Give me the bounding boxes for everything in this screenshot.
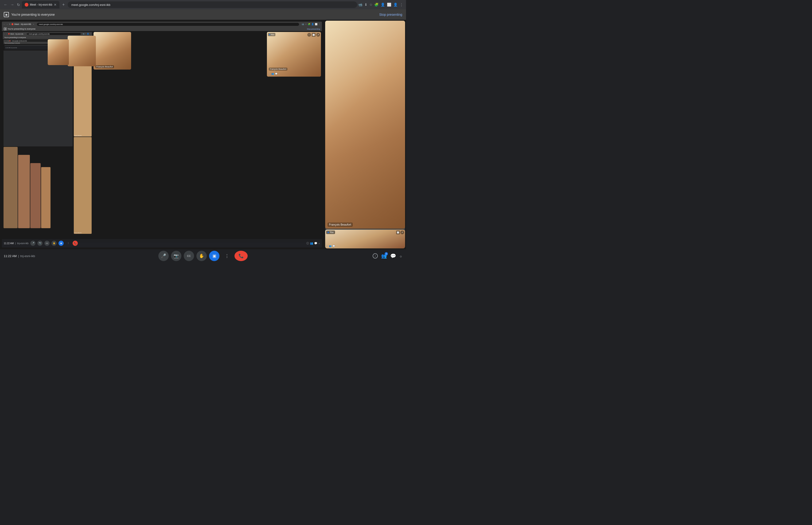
people-badge: 3 xyxy=(385,252,388,255)
more-options-button[interactable]: ⋮ xyxy=(222,251,232,261)
you-text: You xyxy=(330,231,334,234)
main-bottom-toolbar: 11:22 AM | tnj-esni-ikb 🎤 📷 CC ✋ ▣ ⋮ 📞 i… xyxy=(0,249,406,262)
inner-more-btn[interactable]: ⋮ xyxy=(65,241,71,246)
participant-video-1 xyxy=(93,32,131,70)
camera-button[interactable]: 📷 xyxy=(171,251,181,261)
francois-video-large xyxy=(325,21,405,229)
nested-profile[interactable]: 👤 xyxy=(311,23,314,25)
tile-people[interactable]: 👥 xyxy=(271,73,274,75)
tile-chat[interactable]: 💬 xyxy=(275,73,277,75)
new-tab-button[interactable]: + xyxy=(60,1,67,8)
people-icon-small[interactable]: 👥 xyxy=(329,245,332,247)
you-video-tile: You ⬜ ↗ 👥 💬 ⬦ xyxy=(325,229,405,249)
inner-present-btn[interactable]: ▣ xyxy=(59,241,64,246)
inner-chat-btn[interactable]: 💬 xyxy=(314,242,318,245)
you-screen-btn[interactable]: ⬜ xyxy=(396,230,400,234)
profile-icon-2[interactable]: 👤 xyxy=(393,3,398,7)
info-icon-small[interactable] xyxy=(326,245,328,247)
screen-btn[interactable]: ⬜ xyxy=(312,33,316,37)
end-call-button[interactable]: 📞 xyxy=(234,251,248,261)
francois-name-large: François Beaufort xyxy=(327,223,353,227)
reload-button[interactable]: ↻ xyxy=(16,2,21,8)
inner-cam-btn[interactable]: 📷 xyxy=(37,241,43,246)
video-controls-overlay: ⋯ ⬜ ↗ xyxy=(307,33,320,37)
extensions-icon[interactable]: 🧩 xyxy=(374,3,379,7)
activities-button[interactable]: ⬦ xyxy=(399,253,402,259)
you-tile-controls: 👥 💬 ⬦ xyxy=(325,244,405,249)
nested-new-tab[interactable]: + xyxy=(33,23,34,25)
stop-presenting-button[interactable]: Stop presenting xyxy=(379,13,402,16)
video-tile-francois-medium: ⋯ ⬜ ↗ ⓘ 👥 💬 ⬦ You xyxy=(267,32,321,77)
people-button[interactable]: 👥 3 xyxy=(381,253,387,259)
more-options-btn[interactable]: ⋯ xyxy=(307,33,311,37)
l2-content: ← → ↻ meet.google.com/tnj-esni-ikb 📹 ☆ 👤… xyxy=(3,39,92,234)
act-icon-small[interactable]: ⬦ xyxy=(336,245,337,247)
you-expand-btn[interactable]: ↗ xyxy=(400,230,404,234)
meeting-id-label: tnj-esni-ikb xyxy=(20,254,35,258)
participant-name-1: François Beaufort xyxy=(95,65,114,68)
mini-vid-3 xyxy=(30,163,41,228)
inner-mic-btn[interactable]: 🎤 xyxy=(30,241,35,246)
l2-favicon xyxy=(8,33,10,34)
l2-address[interactable]: meet.google.com/tnj-esni-ikb xyxy=(27,33,81,35)
presenting-message: You're presenting to everyone xyxy=(11,13,377,16)
profile-icon[interactable]: 👤 xyxy=(381,3,385,7)
captions-button[interactable]: CC xyxy=(184,251,194,261)
bookmark-icon[interactable]: ☆ xyxy=(369,3,372,7)
l2-icons: 📹 ☆ 👤 ⋮ xyxy=(82,33,91,35)
tile-info[interactable]: ⓘ xyxy=(268,72,271,75)
nested-reload[interactable]: ↻ xyxy=(9,23,11,25)
tab-title: Meet - tnj-esni-ikb xyxy=(30,3,52,6)
inner-meeting-id: tnj-esni-ikb xyxy=(17,242,28,245)
browser-icons: 📹 ⬇ ☆ 🧩 👤 ⬜ 👤 ⋮ xyxy=(358,3,403,7)
address-bar[interactable]: meet.google.com/tnj-esni-ikb xyxy=(68,1,357,8)
you-video-controls: ⬜ ↗ xyxy=(396,230,404,234)
inner-people-btn[interactable]: 👥 xyxy=(310,242,313,245)
browser-tab[interactable]: Meet - tnj-esni-ikb ✕ xyxy=(22,1,59,9)
split-view-icon[interactable]: ⬜ xyxy=(387,3,392,7)
raise-hand-button[interactable]: ✋ xyxy=(196,251,207,261)
nested-stop-btn[interactable]: Stop presenting xyxy=(307,28,320,30)
toolbar-right-section: i 👥 3 💬 ⬦ xyxy=(373,253,402,259)
forward-button[interactable]: → xyxy=(10,2,15,8)
nested-present-icon: ▣ xyxy=(4,28,6,30)
inner-hand-btn[interactable]: ✋ xyxy=(51,241,57,246)
nested-address-bar[interactable]: meet.google.com/tnj-esni-ikb xyxy=(37,23,299,26)
inner-info-btn[interactable]: ⓘ xyxy=(306,242,309,245)
you-label-mid: You xyxy=(271,33,274,36)
francois-large-video: François Beaufort xyxy=(325,21,405,229)
chat-icon-small[interactable]: 💬 xyxy=(333,245,335,247)
back-button[interactable]: ← xyxy=(3,2,9,8)
expand-btn-mid[interactable]: ↗ xyxy=(316,33,320,37)
nested-bookmark[interactable]: ☆ xyxy=(305,23,307,25)
tab-close-button[interactable]: ✕ xyxy=(54,3,57,6)
l2-new-tab[interactable]: + xyxy=(25,33,26,35)
nested-cast[interactable]: 📹 xyxy=(302,23,304,25)
save-icon[interactable]: ⬇ xyxy=(364,3,367,7)
nested-ext[interactable]: 🧩 xyxy=(308,23,310,25)
cast-icon[interactable]: 📹 xyxy=(358,3,363,7)
present-button[interactable]: ▣ xyxy=(209,251,219,261)
inner-captions-btn[interactable]: CC xyxy=(44,241,49,246)
you-dot xyxy=(327,232,329,233)
nested-favicon xyxy=(12,23,13,25)
level2-bar: ← → Meet - tnj-esni-ikb + meet.google.co… xyxy=(3,32,92,36)
l2-back[interactable]: ← → xyxy=(4,33,7,35)
chat-button[interactable]: 💬 xyxy=(390,253,396,259)
nested-tab-title: Meet - tnj-esni-ikb xyxy=(14,23,31,25)
tile-activities[interactable]: ⬦ xyxy=(278,73,280,75)
nested-forward[interactable]: → xyxy=(6,23,8,25)
mic-button[interactable]: 🎤 xyxy=(158,251,169,261)
inner-right-controls: ⓘ 👥 💬 ⬦ xyxy=(306,242,320,245)
you-indicator-mid: You xyxy=(268,33,275,36)
nested-menu[interactable]: ⋮ xyxy=(318,23,321,25)
nested-presenting-bar: ▣ You're presenting to everyone Stop pre… xyxy=(2,27,322,31)
browser-menu[interactable]: ⋮ xyxy=(400,3,403,7)
nested-view[interactable]: ⬜ xyxy=(315,23,318,25)
nested-back[interactable]: ← xyxy=(3,23,5,25)
inner-end-btn[interactable]: 📞 xyxy=(73,241,78,246)
url-text: meet.google.com/tnj-esni-ikb xyxy=(72,3,110,6)
info-button[interactable]: i xyxy=(373,253,378,258)
tile-bottom-controls: ⓘ 👥 💬 ⬦ xyxy=(267,71,321,77)
inner-act-btn[interactable]: ⬦ xyxy=(318,242,320,245)
